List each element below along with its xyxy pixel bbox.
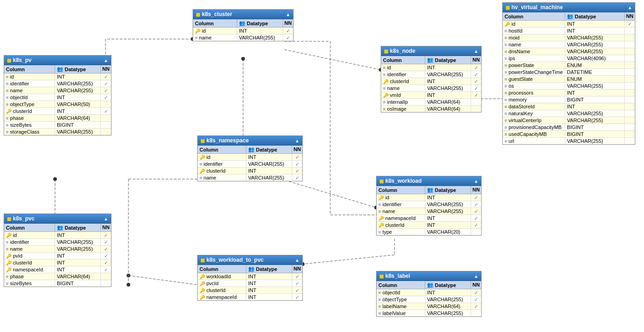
table-row: ≡phase VARCHAR(64) bbox=[4, 273, 111, 280]
table-header-k8s-cluster: ▦ k8s_cluster ▲ bbox=[193, 10, 293, 19]
cell-name: ≡id bbox=[4, 73, 55, 80]
table-title: k8s_namespace bbox=[206, 137, 249, 144]
table-header-k8s-workload-to-pvc: ▦ k8s_workload_to_pvc ▲ bbox=[198, 255, 302, 265]
table-header-k8s-namespace: ▦ k8s_namespace ▲ bbox=[198, 136, 302, 146]
table-row: ≡identifier VARCHAR(255) ✓ bbox=[4, 239, 111, 246]
table-row: 🔑vmId INT ✓ bbox=[381, 92, 481, 99]
svg-line-7 bbox=[284, 50, 381, 70]
table-row: ≡name VARCHAR(255) ✓ bbox=[198, 174, 302, 181]
table-header-k8s-workload: ▦ k8s_workload ▲ bbox=[377, 176, 481, 186]
col-icon: ≡ bbox=[195, 35, 198, 40]
table-hv-virtual-machine: ▦ hv_virtual_machine ▲ Column 👥Datatype … bbox=[502, 2, 635, 145]
col-header-datatype: 👥 Datatype bbox=[237, 19, 283, 27]
table-title: k8s_label bbox=[385, 273, 410, 279]
svg-point-5 bbox=[241, 57, 245, 61]
canvas: ▦ k8s_cluster ▲ Column 👥 Datatype NN 🔑 i… bbox=[0, 0, 644, 332]
table-row: 🔑id INT ✓ bbox=[377, 194, 481, 201]
collapse-icon[interactable]: ▲ bbox=[286, 12, 290, 17]
table-row: 🔑id INT ✓ bbox=[198, 154, 302, 161]
col-headers: Column 👥Datatype NN bbox=[4, 65, 111, 73]
table-row: ≡labelValue VARCHAR(255) bbox=[377, 310, 481, 316]
table-row: ≡name VARCHAR(255) ✓ bbox=[377, 208, 481, 215]
table-row: ≡powerState ENUM bbox=[503, 62, 635, 69]
table-row: ≡url VARCHAR(255) bbox=[503, 138, 635, 144]
table-row: ≡usedCapacityMB BIGINT bbox=[503, 131, 635, 138]
svg-line-12 bbox=[128, 276, 197, 285]
col-header-column: Column bbox=[193, 19, 237, 27]
people-icon: 👥 bbox=[239, 20, 245, 26]
table-row: ≡name VARCHAR(255) ✓ bbox=[4, 246, 111, 253]
table-row: 🔑id INT ✓ bbox=[4, 232, 111, 239]
table-row: ≡naturalKey VARCHAR(255) bbox=[503, 110, 635, 117]
table-row: ≡sizeBytes BIGINT bbox=[4, 122, 111, 129]
cell-type: VARCHAR(255) bbox=[237, 34, 283, 41]
col-headers: Column 👥 Datatype NN bbox=[193, 19, 293, 28]
table-row: 🔑workloadId INT ✓ bbox=[198, 273, 302, 280]
table-title: k8s_workload bbox=[385, 178, 422, 184]
table-row: ≡phase VARCHAR(64) bbox=[4, 115, 111, 122]
table-row: ≡name VARCHAR(255) ✓ bbox=[381, 85, 481, 92]
table-row: ≡objectId INT ✓ bbox=[377, 289, 481, 296]
table-k8s-workload-to-pvc: ▦ k8s_workload_to_pvc ▲ Column 👥Datatype… bbox=[197, 255, 303, 301]
table-title: k8s_pvc bbox=[13, 215, 34, 222]
table-row: ≡id INT ✓ bbox=[4, 73, 111, 80]
key-icon: 🔑 bbox=[195, 28, 200, 34]
table-row: 🔑namespaceId INT ✓ bbox=[377, 215, 481, 222]
table-header-k8s-pv: ▦ k8s_pv ▲ bbox=[4, 56, 111, 65]
table-row: 🔑clusterId INT ✓ bbox=[4, 259, 111, 266]
table-row: 🔑id INT ✓ bbox=[503, 21, 635, 28]
col-header-column: Column bbox=[4, 65, 55, 73]
table-icon: ▦ bbox=[196, 12, 200, 17]
table-row: ≡id INT ✓ bbox=[381, 64, 481, 71]
table-k8s-label: ▦ k8s_label ▲ Column 👥Datatype NN ≡objec… bbox=[376, 271, 482, 317]
cell-type: INT bbox=[55, 73, 101, 80]
table-row: ≡guestState ENUM bbox=[503, 76, 635, 83]
table-header-k8s-pvc: ▦ k8s_pvc ▲ bbox=[4, 214, 111, 224]
table-row: ≡ips VARCHAR(4096) bbox=[503, 55, 635, 62]
table-row: 🔑clusterId INT ✓ bbox=[198, 287, 302, 294]
table-k8s-pv: ▦ k8s_pv ▲ Column 👥Datatype NN ≡id INT ✓… bbox=[4, 55, 111, 135]
table-row: ≡type VARCHAR(20) bbox=[377, 229, 481, 235]
table-row: ≡name VARCHAR(255) ✓ bbox=[4, 87, 111, 94]
table-row: 🔑pvId INT ✓ bbox=[4, 253, 111, 259]
table-row: ≡internalIp VARCHAR(64) bbox=[381, 99, 481, 106]
table-title: k8s_pv bbox=[13, 57, 32, 63]
table-row: ≡memory BIGINT bbox=[503, 96, 635, 103]
table-row: ≡name VARCHAR(255) bbox=[503, 41, 635, 48]
cell-nn: ✓ bbox=[283, 34, 293, 41]
table-row: 🔑namespaceId INT ✓ bbox=[198, 294, 302, 300]
table-row: ≡sizeBytes BIGINT bbox=[4, 280, 111, 287]
table-row: 🔑clusterId INT ✓ bbox=[198, 168, 302, 174]
table-k8s-workload: ▦ k8s_workload ▲ Column 👥Datatype NN 🔑id… bbox=[376, 176, 482, 236]
table-row: 🔑pvcId INT ✓ bbox=[198, 280, 302, 287]
table-row: ≡identifier VARCHAR(255) ✓ bbox=[198, 161, 302, 168]
table-row: ≡processors INT bbox=[503, 90, 635, 96]
table-row: ≡objectType VARCHAR(50) bbox=[4, 101, 111, 108]
table-row: ≡objectId INT ✓ bbox=[4, 94, 111, 101]
table-row: ≡hostId INT bbox=[503, 28, 635, 34]
cell-type: INT bbox=[237, 28, 283, 34]
col-header-nn: NN bbox=[283, 19, 293, 27]
collapse-icon[interactable]: ▲ bbox=[104, 58, 108, 63]
cell-name: ≡ name bbox=[193, 34, 237, 41]
table-title: k8s_node bbox=[390, 48, 415, 54]
table-title: k8s_workload_to_pvc bbox=[206, 257, 264, 263]
table-header-hv-virtual-machine: ▦ hv_virtual_machine ▲ bbox=[503, 3, 635, 12]
table-row: ≡virtualCenterIp VARCHAR(255) bbox=[503, 117, 635, 124]
table-header-k8s-node: ▦ k8s_node ▲ bbox=[381, 46, 481, 56]
col-header-datatype: 👥Datatype bbox=[55, 65, 101, 73]
col-header-column-label: Column bbox=[195, 21, 214, 26]
table-row: 🔑clusterId INT ✓ bbox=[377, 222, 481, 229]
table-row: ≡moid VARCHAR(255) bbox=[503, 34, 635, 41]
table-row: ≡provisionedCapacityMB BIGINT bbox=[503, 124, 635, 131]
table-k8s-namespace: ▦ k8s_namespace ▲ Column 👥Datatype NN 🔑i… bbox=[197, 135, 303, 181]
table-icon: ▦ bbox=[7, 58, 11, 63]
cell-nn: ✓ bbox=[283, 28, 293, 34]
table-row: ≡labelName VARCHAR(64) ✓ bbox=[377, 303, 481, 310]
table-row: ≡ name VARCHAR(255) ✓ bbox=[193, 34, 293, 41]
table-row: ≡objectType VARCHAR(255) ✓ bbox=[377, 296, 481, 303]
table-k8s-pvc: ▦ k8s_pvc ▲ Column 👥Datatype NN 🔑id INT … bbox=[4, 214, 111, 287]
table-row: ≡identifier VARCHAR(255) ✓ bbox=[377, 201, 481, 208]
table-k8s-node: ▦ k8s_node ▲ Column 👥Datatype NN ≡id INT… bbox=[381, 46, 482, 113]
table-title: hv_virtual_machine bbox=[511, 4, 563, 11]
